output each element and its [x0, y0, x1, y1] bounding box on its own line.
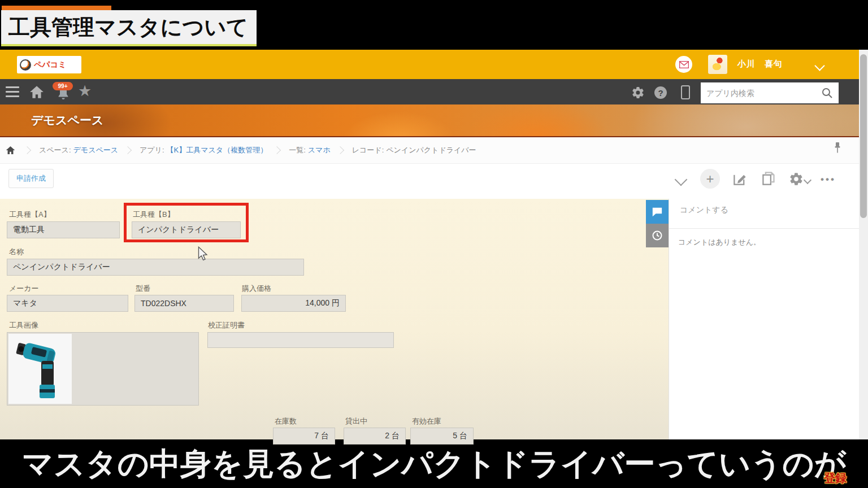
- brand-logo[interactable]: ペパコミ: [17, 56, 81, 73]
- breadcrumb-space: スペース: デモスペース: [39, 145, 118, 155]
- title-banner-text: 工具管理マスタについて: [1, 13, 248, 42]
- field-certificate: [207, 332, 394, 348]
- title-banner-accent: [2, 6, 111, 10]
- field-model: TD022DSHX: [134, 295, 234, 312]
- brand-logo-text: ペパコミ: [34, 60, 66, 70]
- add-record-button[interactable]: +: [700, 169, 720, 189]
- breadcrumb-separator: [336, 146, 344, 154]
- app-search: [701, 82, 839, 103]
- more-options-icon[interactable]: •••: [821, 174, 836, 185]
- menu-icon[interactable]: [6, 86, 19, 97]
- record-toolbar: [0, 164, 859, 199]
- home-icon[interactable]: [29, 85, 44, 99]
- pin-icon[interactable]: [834, 142, 841, 154]
- mouse-cursor-icon: [197, 246, 209, 261]
- comment-empty-message: コメントはありません。: [678, 237, 761, 247]
- mail-button[interactable]: [675, 56, 692, 73]
- field-label-stock: 在庫数: [275, 416, 297, 426]
- breadcrumb-separator: [273, 146, 281, 154]
- mail-icon: [679, 61, 689, 68]
- title-banner: 工具管理マスタについて: [1, 10, 257, 44]
- help-icon[interactable]: ?: [654, 86, 667, 99]
- search-icon: [822, 88, 833, 99]
- field-label-certificate: 校正証明書: [208, 320, 245, 330]
- breadcrumb-separator: [23, 146, 31, 154]
- breadcrumb-app-link[interactable]: 【K】工具マスタ（複数管理）: [167, 145, 268, 155]
- user-name[interactable]: 小川 喜句: [737, 59, 783, 69]
- video-caption: マスタの中身を見るとインパクトドライバーっていうのが: [0, 438, 868, 488]
- edit-record-icon[interactable]: [732, 171, 748, 186]
- comment-input-placeholder[interactable]: コメントする: [680, 205, 728, 215]
- comment-panel: [669, 199, 859, 439]
- video-frame: 工具管理マスタについて ペパコミ 小川 喜句 99+ ★ ?: [0, 0, 868, 488]
- history-tab[interactable]: [646, 224, 669, 247]
- breadcrumb-home-icon[interactable]: [6, 146, 15, 155]
- field-price: 14,000 円: [241, 295, 346, 312]
- field-tool-type-b: インパクトドライバー: [132, 221, 241, 238]
- breadcrumb-app: アプリ: 【K】工具マスタ（複数管理）: [140, 145, 267, 155]
- search-input[interactable]: [701, 82, 816, 103]
- field-label-model: 型番: [136, 284, 150, 294]
- gear-icon[interactable]: [631, 86, 645, 99]
- mobile-icon[interactable]: [681, 85, 690, 99]
- avatar[interactable]: [708, 55, 727, 74]
- breadcrumb-record: レコード: ペンインパクトドライバー: [352, 145, 476, 155]
- search-button[interactable]: [816, 82, 839, 103]
- comments-tab[interactable]: [646, 200, 669, 224]
- field-label-price: 購入価格: [242, 284, 271, 294]
- field-name: ペンインパクトドライバー: [7, 259, 304, 276]
- comment-bubble-icon: [652, 207, 663, 217]
- tool-image-thumbnail[interactable]: [8, 334, 72, 404]
- impact-driver-image: [14, 337, 66, 400]
- brand-logo-icon: [20, 59, 31, 71]
- field-label-name: 名称: [9, 247, 24, 257]
- history-clock-icon: [652, 230, 663, 241]
- breadcrumb: スペース: デモスペース アプリ: 【K】工具マスタ（複数管理） 一覧: スマホ…: [0, 137, 859, 164]
- breadcrumb-view-link[interactable]: スマホ: [308, 145, 331, 155]
- scrollbar-thumb[interactable]: [860, 54, 867, 218]
- breadcrumb-view: 一覧: スマホ: [289, 145, 331, 155]
- field-label-tool-type-a: 工具種【A】: [9, 210, 51, 220]
- field-label-available: 有効在庫: [412, 416, 441, 426]
- comment-divider: [669, 228, 859, 229]
- field-label-tool-image: 工具画像: [9, 320, 38, 330]
- create-request-button[interactable]: 申請作成: [8, 169, 54, 188]
- notification-badge: 99+: [53, 82, 73, 90]
- field-tool-type-a: 電動工具: [7, 221, 120, 238]
- field-label-tool-type-b: 工具種【B】: [133, 210, 175, 220]
- caption-text: マスタの中身を見るとインパクトドライバーっていうのが: [22, 446, 847, 481]
- field-label-lent: 貸出中: [345, 416, 367, 426]
- duplicate-record-icon[interactable]: [761, 171, 776, 186]
- title-banner-underline: [1, 44, 257, 46]
- favorites-star-icon[interactable]: ★: [78, 84, 92, 99]
- field-tool-image: [7, 332, 199, 406]
- space-title: デモスペース: [31, 112, 103, 128]
- field-label-maker: メーカー: [9, 284, 39, 294]
- breadcrumb-space-link[interactable]: デモスペース: [73, 145, 119, 155]
- space-cover-image: [0, 104, 868, 137]
- record-settings-gear-icon[interactable]: [789, 172, 804, 186]
- breadcrumb-separator: [124, 146, 132, 154]
- subscribe-badge[interactable]: 登録: [824, 470, 847, 486]
- field-maker: マキタ: [7, 295, 128, 312]
